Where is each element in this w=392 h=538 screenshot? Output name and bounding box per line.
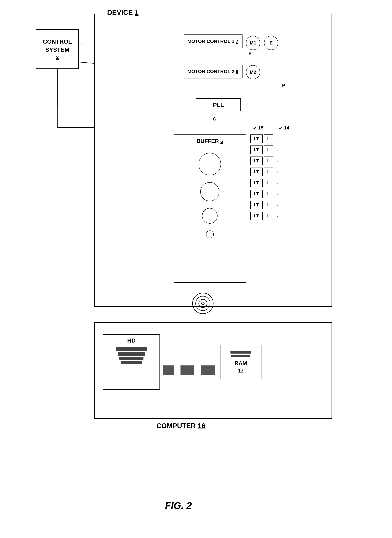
l-box-3: L: [264, 168, 273, 176]
l-box-6: L: [264, 201, 273, 209]
pll-box: PLL: [196, 98, 241, 111]
row-arrow-5: →: [274, 191, 279, 197]
c-label: C: [213, 116, 216, 122]
buffer-circle-1: [199, 153, 221, 175]
ram-disk-1: [230, 351, 251, 354]
buffer-box: BUFFER 6: [174, 134, 246, 283]
lt-box-0: LT: [250, 134, 263, 143]
figure-caption: FIG. 2: [165, 500, 192, 511]
l-box-7: L: [264, 212, 273, 220]
motor-control-1-box: MOTOR CONTROL 1 7: [184, 34, 243, 48]
row-arrow-4: →: [274, 180, 279, 186]
ram-label: RAM: [235, 360, 247, 367]
l-box-5: L: [264, 190, 273, 198]
row-arrow-3: →: [274, 169, 279, 175]
lt-l-row-4: LTL→: [250, 179, 279, 187]
hd-disk-1: [116, 347, 147, 351]
lt-l-row-0: LTL→: [250, 134, 279, 143]
lt-box-6: LT: [250, 201, 263, 209]
lt-l-row-7: LTL→: [250, 212, 279, 220]
row-arrow-7: →: [274, 213, 279, 219]
lt-l-row-2: LTL→: [250, 156, 279, 165]
motor-control-2-box: MOTOR CONTROL 2 9: [184, 65, 243, 78]
p-label-2: P: [282, 83, 285, 88]
data-block-1: [163, 365, 174, 375]
buffer-circle-4: [206, 231, 214, 238]
diagram-wrapper: DEVICE 1 CONTROL SYSTEM 2 MOTOR CONTROL …: [15, 14, 377, 531]
ram-num: 17: [238, 368, 243, 373]
svg-point-17: [201, 302, 204, 305]
l-box-4: L: [264, 179, 273, 187]
hd-disk-3: [119, 357, 144, 360]
computer-label: COMPUTER 16: [156, 422, 205, 430]
row-arrow-6: →: [274, 202, 279, 208]
l-box-1: L: [264, 146, 273, 154]
row-arrow-0: →: [274, 136, 279, 142]
hd-box: HD: [103, 335, 160, 390]
l-box-2: L: [264, 156, 273, 165]
m2-circle: M2: [246, 65, 260, 79]
ram-box: RAM 17: [220, 345, 261, 379]
p-label-1: P: [248, 51, 252, 56]
lt-box-1: LT: [250, 146, 263, 154]
device1-label: DEVICE 1: [105, 9, 141, 16]
row-arrow-1: →: [274, 147, 279, 153]
control-system-box: CONTROL SYSTEM 2: [36, 29, 79, 69]
svg-point-16: [199, 299, 207, 307]
m1-circle: M1: [246, 36, 260, 50]
lt-box-2: LT: [250, 156, 263, 165]
label-15: ↙ 15: [253, 125, 264, 131]
lt-l-section: LTL→LTL→LTL→LTL→LTL→LTL→LTL→LTL→: [250, 134, 279, 220]
hd-label: HD: [103, 337, 159, 344]
lt-l-row-5: LTL→: [250, 190, 279, 198]
row-arrow-2: →: [274, 158, 279, 164]
coil-svg: [191, 291, 215, 316]
label-14: ↙ 14: [279, 125, 289, 131]
buffer-label: BUFFER 6: [174, 138, 246, 144]
l-box-0: L: [264, 134, 273, 143]
page: DEVICE 1 CONTROL SYSTEM 2 MOTOR CONTROL …: [0, 0, 392, 538]
lt-l-row-6: LTL→: [250, 201, 279, 209]
buffer-circle-3: [202, 208, 218, 224]
lt-l-row-3: LTL→: [250, 168, 279, 176]
hd-disk-4: [121, 361, 142, 364]
buffer-circle-2: [200, 182, 219, 201]
lt-box-4: LT: [250, 179, 263, 187]
data-block-3: [201, 365, 215, 375]
lt-box-7: LT: [250, 212, 263, 220]
lt-box-5: LT: [250, 190, 263, 198]
encoder-circle: E: [264, 36, 278, 50]
reel-coil: [191, 291, 215, 316]
lt-l-row-1: LTL→: [250, 146, 279, 154]
data-block-2: [181, 365, 194, 375]
lt-box-3: LT: [250, 168, 263, 176]
hd-disk-2: [118, 352, 145, 356]
svg-point-15: [196, 296, 210, 311]
ram-disk-2: [231, 355, 250, 357]
